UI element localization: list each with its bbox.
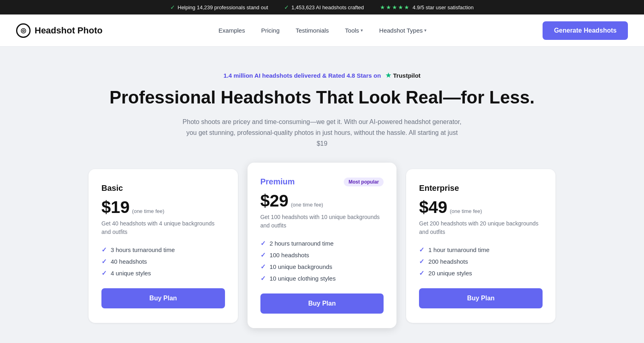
feature-premium-1-text: 100 headshots	[270, 252, 309, 258]
plan-price-enterprise: $49 (one time fee)	[419, 198, 543, 217]
navbar: ◎ Headshot Photo Examples Pricing Testim…	[0, 14, 644, 47]
nav-testimonials[interactable]: Testimonials	[289, 24, 336, 37]
plan-price-premium: $29 (one time fee)	[260, 191, 384, 211]
feature-enterprise-1-text: 200 headshots	[428, 258, 468, 265]
plan-header-basic: Basic	[101, 184, 225, 193]
feature-premium-0: ✓ 2 hours turnaround time	[260, 240, 384, 247]
feature-premium-2-text: 10 unique backgrounds	[270, 263, 332, 270]
check-icon: ✓	[170, 4, 175, 10]
check-icon-feature: ✓	[260, 240, 266, 247]
feature-basic-0: ✓ 3 hours turnaround time	[101, 246, 225, 254]
most-popular-badge: Most popular	[344, 178, 384, 186]
logo-icon: ◎	[16, 23, 31, 38]
plan-features-enterprise: ✓ 1 hour turnaround time ✓ 200 headshots…	[419, 246, 543, 277]
check-icon-feature: ✓	[260, 263, 266, 271]
price-note-enterprise: (one time fee)	[450, 208, 482, 214]
hero-description: Photo shoots are pricey and time-consumi…	[181, 116, 463, 149]
check-icon-feature: ✓	[101, 269, 107, 277]
feature-basic-0-text: 3 hours turnaround time	[111, 246, 175, 253]
pricing-grid: Basic $19 (one time fee) Get 40 headshot…	[89, 169, 555, 328]
pricing-card-enterprise: Enterprise $49 (one time fee) Get 200 he…	[406, 169, 555, 323]
feature-premium-2: ✓ 10 unique backgrounds	[260, 263, 384, 271]
buy-plan-enterprise-button[interactable]: Buy Plan	[419, 288, 543, 308]
banner-headshots-text: 1,453,623 AI headshots crafted	[291, 4, 364, 10]
check-icon-feature: ✓	[101, 246, 107, 254]
price-note-basic: (one time fee)	[132, 208, 164, 214]
generate-headshots-button[interactable]: Generate Headshots	[543, 21, 628, 40]
trustpilot-label: Trustpilot	[393, 72, 421, 79]
hero-subtitle: 1.4 million AI headshots delivered & Rat…	[89, 71, 555, 80]
plan-features-premium: ✓ 2 hours turnaround time ✓ 100 headshot…	[260, 240, 384, 282]
feature-premium-3: ✓ 10 unique clothing styles	[260, 275, 384, 282]
feature-enterprise-0: ✓ 1 hour turnaround time	[419, 246, 543, 254]
price-amount-basic: $19	[101, 198, 130, 217]
banner-satisfaction: ★★★★★ 4.9/5 star user satisfaction	[380, 4, 474, 10]
feature-enterprise-0-text: 1 hour turnaround time	[428, 246, 489, 253]
check-icon-feature: ✓	[101, 258, 107, 265]
price-note-premium: (one time fee)	[291, 202, 323, 208]
hero-subtitle-text: 1.4 million AI headshots delivered & Rat…	[223, 72, 381, 79]
feature-premium-0-text: 2 hours turnaround time	[270, 240, 334, 247]
feature-premium-3-text: 10 unique clothing styles	[270, 275, 336, 282]
plan-name-enterprise: Enterprise	[419, 184, 459, 193]
chevron-down-icon: ▾	[361, 28, 363, 33]
check-icon-feature: ✓	[260, 275, 266, 282]
pricing-card-premium: Premium Most popular $29 (one time fee) …	[248, 163, 397, 328]
nav-tools[interactable]: Tools ▾	[339, 24, 369, 37]
nav-pricing[interactable]: Pricing	[255, 24, 286, 37]
hero-title: Professional Headshots That Look Real—fo…	[89, 87, 555, 108]
pricing-card-basic: Basic $19 (one time fee) Get 40 headshot…	[89, 169, 238, 323]
logo-text: Headshot Photo	[35, 25, 103, 36]
feature-basic-2: ✓ 4 unique styles	[101, 269, 225, 277]
price-amount-enterprise: $49	[419, 198, 447, 217]
top-banner: ✓ Helping 14,239 professionals stand out…	[0, 0, 644, 14]
plan-name-premium: Premium	[260, 177, 295, 186]
plan-name-basic: Basic	[101, 184, 123, 193]
feature-basic-1-text: 40 headshots	[111, 258, 147, 265]
plan-description-enterprise: Get 200 headshots with 20 unique backgro…	[419, 219, 543, 236]
buy-plan-premium-button[interactable]: Buy Plan	[260, 293, 384, 314]
banner-headshots-crafted: ✓ 1,453,623 AI headshots crafted	[284, 4, 364, 10]
trustpilot-star-icon: ★	[385, 71, 392, 80]
main-content: 1.4 million AI headshots delivered & Rat…	[80, 47, 564, 343]
check-icon-2: ✓	[284, 4, 289, 10]
stars-icon: ★★★★★	[380, 4, 410, 10]
nav-headshot-types[interactable]: Headshot Types ▾	[373, 24, 433, 37]
nav-links: Examples Pricing Testimonials Tools ▾ He…	[212, 24, 433, 37]
feature-basic-2-text: 4 unique styles	[111, 270, 151, 277]
nav-examples[interactable]: Examples	[212, 24, 252, 37]
banner-professionals-text: Helping 14,239 professionals stand out	[178, 4, 268, 10]
plan-header-enterprise: Enterprise	[419, 184, 543, 193]
feature-enterprise-1: ✓ 200 headshots	[419, 258, 543, 265]
check-icon-feature: ✓	[260, 251, 266, 259]
check-icon-feature: ✓	[419, 258, 424, 265]
banner-professionals: ✓ Helping 14,239 professionals stand out	[170, 4, 268, 10]
banner-satisfaction-text: 4.9/5 star user satisfaction	[413, 4, 474, 10]
logo[interactable]: ◎ Headshot Photo	[16, 23, 103, 38]
feature-enterprise-2-text: 20 unique styles	[428, 270, 472, 277]
buy-plan-basic-button[interactable]: Buy Plan	[101, 288, 225, 308]
plan-description-basic: Get 40 headshots with 4 unique backgroun…	[101, 219, 225, 236]
feature-basic-1: ✓ 40 headshots	[101, 258, 225, 265]
plan-price-basic: $19 (one time fee)	[101, 198, 225, 217]
plan-description-premium: Get 100 headshots with 10 unique backgro…	[260, 213, 384, 230]
check-icon-feature: ✓	[419, 246, 424, 254]
chevron-down-icon-2: ▾	[424, 28, 427, 33]
feature-enterprise-2: ✓ 20 unique styles	[419, 269, 543, 277]
check-icon-feature: ✓	[419, 269, 424, 277]
feature-premium-1: ✓ 100 headshots	[260, 251, 384, 259]
trustpilot-badge: ★ Trustpilot	[385, 71, 421, 80]
plan-features-basic: ✓ 3 hours turnaround time ✓ 40 headshots…	[101, 246, 225, 277]
price-amount-premium: $29	[260, 191, 289, 211]
plan-header-premium: Premium Most popular	[260, 177, 384, 186]
